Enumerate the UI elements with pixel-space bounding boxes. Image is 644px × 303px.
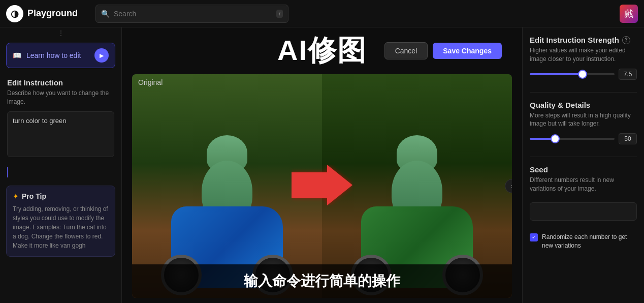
edit-strength-desc: Higher values will make your edited imag… xyxy=(530,46,637,64)
quality-value: 50 xyxy=(619,133,637,144)
learn-how-to-edit-button[interactable]: 📖 Learn how to edit ▶ xyxy=(6,43,115,68)
center-title: AI修图 xyxy=(277,32,367,70)
pro-tip-header: ✦ Pro Tip xyxy=(13,192,109,200)
cancel-button[interactable]: Cancel xyxy=(384,42,428,59)
edit-strength-section: Edit Instruction Strength ? Higher value… xyxy=(530,36,637,80)
left-sidebar: ⋮ 📖 Learn how to edit ▶ Edit Instruction… xyxy=(0,27,122,303)
randomize-checkbox[interactable]: ✓ xyxy=(530,233,538,241)
learn-btn-label: Learn how to edit xyxy=(26,51,89,59)
cancel-save-group: Cancel Save Changes xyxy=(384,42,502,59)
bottom-overlay: 输入命令进行简单的操作 xyxy=(132,264,512,298)
logo-area: ◑ Playground xyxy=(6,5,87,22)
direction-arrow xyxy=(292,165,352,205)
edit-instruction-desc: Describe how you want to change the imag… xyxy=(7,89,114,106)
main-body: ⋮ 📖 Learn how to edit ▶ Edit Instruction… xyxy=(0,27,644,303)
search-shortcut: / xyxy=(276,10,283,18)
quality-slider-track[interactable] xyxy=(530,138,615,140)
edit-strength-slider-row: 7.5 xyxy=(530,69,637,80)
edit-strength-slider-fill xyxy=(530,73,583,75)
edit-strength-value: 7.5 xyxy=(619,69,637,80)
logo-text: Playground xyxy=(27,8,78,19)
book-icon: 📖 xyxy=(13,51,21,59)
quality-desc: More steps will result in a high quality… xyxy=(530,111,637,129)
edit-strength-slider-thumb[interactable] xyxy=(579,71,586,78)
svg-marker-0 xyxy=(292,165,352,205)
edit-instruction-textarea[interactable]: turn color to green xyxy=(7,111,114,157)
cursor-indicator xyxy=(7,167,8,177)
edit-strength-slider-track[interactable] xyxy=(530,73,615,75)
scroll-indicator: ⋮ xyxy=(0,27,121,39)
quality-slider-row: 50 xyxy=(530,133,637,144)
top-nav: ◑ Playground 🔍 / 戲 xyxy=(0,0,644,27)
seed-desc: Different numbers result in new variatio… xyxy=(530,176,637,193)
user-avatar[interactable]: 戲 xyxy=(620,5,638,23)
edit-instruction-section: Edit Instruction Describe how you want t… xyxy=(0,72,121,163)
edit-instruction-title: Edit Instruction xyxy=(7,78,114,87)
image-compare-area: Original xyxy=(132,74,512,298)
image-compare-container: 输入命令进行简单的操作 xyxy=(132,74,512,298)
save-changes-button[interactable]: Save Changes xyxy=(433,43,502,59)
frog-scene: 输入命令进行简单的操作 xyxy=(132,74,512,298)
frog-figure-left xyxy=(161,115,293,288)
pro-tip-box: ✦ Pro Tip Try adding, removing, or think… xyxy=(6,186,115,257)
arrow-container xyxy=(292,165,352,207)
center-top-bar: AI修图 Cancel Save Changes xyxy=(122,27,522,74)
center-area: AI修图 Cancel Save Changes Original xyxy=(122,27,522,303)
randomize-checkbox-row: ✓ Randomize each number to get new varia… xyxy=(530,233,637,250)
play-button[interactable]: ▶ xyxy=(94,48,109,63)
pro-tip-title: Pro Tip xyxy=(22,192,46,200)
seed-section: Seed Different numbers result in new var… xyxy=(530,165,637,221)
randomize-label: Randomize each number to get new variati… xyxy=(542,233,637,250)
logo-icon: ◑ xyxy=(6,5,23,22)
search-input[interactable] xyxy=(114,10,272,18)
right-sidebar: Edit Instruction Strength ? Higher value… xyxy=(522,27,644,303)
quality-slider-thumb[interactable] xyxy=(552,135,559,142)
bottom-overlay-text: 输入命令进行简单的操作 xyxy=(142,271,502,291)
star-icon: ✦ xyxy=(13,192,19,200)
pro-tip-text: Try adding, removing, or thinking of sty… xyxy=(13,204,109,250)
frog-figure-right xyxy=(351,115,483,288)
seed-input[interactable] xyxy=(530,202,637,221)
search-bar[interactable]: 🔍 / xyxy=(95,5,288,23)
divider-2 xyxy=(530,157,637,157)
seed-title: Seed xyxy=(530,165,637,174)
quality-title: Quality & Details xyxy=(530,101,637,109)
edit-strength-info-icon[interactable]: ? xyxy=(622,36,630,44)
original-label: Original xyxy=(138,78,163,86)
search-icon: 🔍 xyxy=(101,10,110,18)
edit-strength-title: Edit Instruction Strength ? xyxy=(530,36,637,44)
divider-1 xyxy=(530,92,637,93)
quality-section: Quality & Details More steps will result… xyxy=(530,101,637,145)
